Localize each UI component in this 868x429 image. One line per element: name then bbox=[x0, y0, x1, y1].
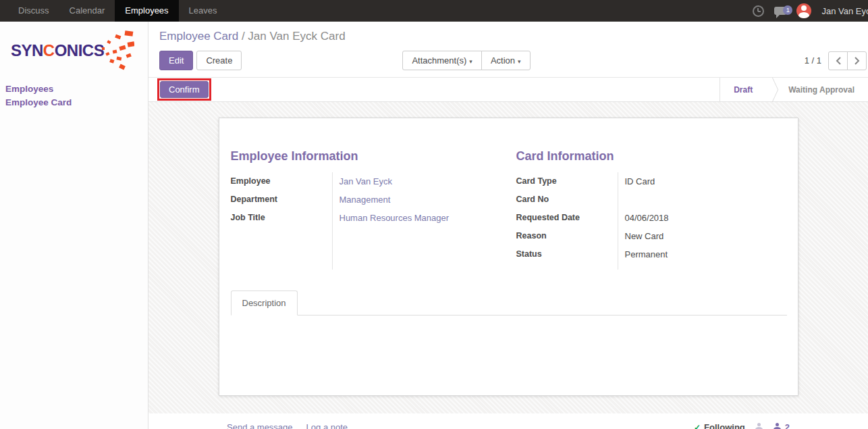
chatter: Send a message Log a note ✓ Following 2 bbox=[148, 413, 868, 429]
field-card-no: Card No bbox=[516, 191, 787, 209]
activities-clock-icon[interactable] bbox=[753, 5, 764, 17]
field-employee: Employee Jan Van Eyck bbox=[231, 172, 501, 191]
breadcrumb-separator: / bbox=[238, 30, 248, 43]
add-follower-icon[interactable] bbox=[755, 423, 763, 429]
field-status-label: Status bbox=[516, 245, 618, 263]
edit-button[interactable]: Edit bbox=[159, 51, 193, 70]
pager-next-button[interactable] bbox=[847, 51, 867, 70]
card-information-section: Card Information Card Type ID Card Card … bbox=[516, 149, 787, 272]
following-check-icon: ✓ bbox=[694, 423, 701, 429]
attachments-dropdown[interactable]: Attachment(s)▾ bbox=[402, 51, 481, 70]
pager-buttons bbox=[828, 51, 867, 70]
logo-burst-icon bbox=[99, 30, 134, 72]
field-job-title-label: Job Title bbox=[231, 209, 332, 227]
confirm-highlight-box: Confirm bbox=[157, 78, 211, 101]
topbar-right: 1 Jan Van Eyck bbox=[753, 3, 868, 18]
tab-description[interactable]: Description bbox=[231, 291, 298, 316]
notebook-tabs: Description bbox=[231, 291, 787, 316]
field-department: Department Management bbox=[231, 191, 501, 209]
field-card-no-label: Card No bbox=[516, 191, 618, 209]
toolbar-dropdowns: Attachment(s)▾ Action▾ bbox=[402, 51, 530, 70]
pager-previous-button[interactable] bbox=[828, 51, 848, 70]
field-card-type-label: Card Type bbox=[516, 172, 618, 191]
synconics-logo: SYNCONICS bbox=[11, 31, 144, 70]
buttons-row: Edit Create Attachment(s)▾ Action▾ 1 / 1 bbox=[148, 51, 868, 77]
field-status-value: Permanent bbox=[618, 245, 787, 263]
field-reason-value: New Card bbox=[618, 227, 787, 245]
control-panel: Employee Card / Jan Van Eyck Card Edit C… bbox=[148, 22, 868, 77]
menu-employees[interactable]: Employees bbox=[115, 0, 178, 22]
action-dropdown[interactable]: Action▾ bbox=[481, 51, 531, 70]
chatter-followers: ✓ Following 2 bbox=[694, 422, 790, 429]
breadcrumb: Employee Card / Jan Van Eyck Card bbox=[159, 30, 868, 43]
description-tab-content bbox=[231, 316, 787, 395]
statusbar: Confirm Draft Waiting Approval bbox=[148, 77, 868, 102]
field-requested-date-value: 04/06/2018 bbox=[618, 209, 787, 227]
send-message-link[interactable]: Send a message bbox=[227, 422, 293, 429]
menu-leaves[interactable]: Leaves bbox=[179, 0, 227, 22]
field-card-type: Card Type ID Card bbox=[516, 172, 787, 191]
pager-value: 1 / 1 bbox=[805, 55, 821, 66]
sidebar-item-employees[interactable]: Employees bbox=[0, 82, 148, 96]
main-content: Employee Card / Jan Van Eyck Card Edit C… bbox=[148, 22, 868, 429]
messages-badge: 1 bbox=[783, 5, 792, 15]
create-button[interactable]: Create bbox=[196, 51, 242, 70]
confirm-button[interactable]: Confirm bbox=[160, 81, 209, 98]
chevron-down-icon: ▾ bbox=[518, 58, 521, 65]
field-department-value[interactable]: Management bbox=[332, 191, 501, 209]
form-sheet: Employee Information Employee Jan Van Ey… bbox=[219, 118, 798, 396]
field-spacer bbox=[516, 263, 787, 272]
field-requested-date: Requested Date 04/06/2018 bbox=[516, 209, 787, 227]
topbar: Discuss Calendar Employees Leaves 1 Jan … bbox=[0, 0, 868, 22]
field-reason-label: Reason bbox=[516, 227, 618, 245]
logo-text: SYNCONICS bbox=[11, 41, 104, 59]
field-job-title-value[interactable]: Human Resources Manager bbox=[332, 209, 501, 227]
statusbar-steps: Draft Waiting Approval bbox=[720, 78, 868, 101]
pager: 1 / 1 bbox=[805, 51, 867, 70]
log-note-link[interactable]: Log a note bbox=[306, 422, 348, 429]
user-name[interactable]: Jan Van Eyck bbox=[821, 6, 868, 16]
field-employee-value[interactable]: Jan Van Eyck bbox=[332, 172, 501, 191]
field-employee-label: Employee bbox=[231, 172, 332, 191]
menu-calendar[interactable]: Calendar bbox=[59, 0, 115, 22]
breadcrumb-parent[interactable]: Employee Card bbox=[159, 30, 238, 43]
sidebar-links: Employees Employee Card bbox=[0, 82, 148, 109]
sidebar: SYNCONICS Employees Employee Card bbox=[0, 22, 148, 429]
field-status: Status Permanent bbox=[516, 245, 787, 263]
card-information-title: Card Information bbox=[516, 149, 787, 163]
form-view-background: Employee Information Employee Jan Van Ey… bbox=[148, 102, 868, 413]
status-step-draft[interactable]: Draft bbox=[720, 78, 766, 101]
followers-icon[interactable] bbox=[773, 423, 782, 429]
status-step-waiting-approval[interactable]: Waiting Approval bbox=[775, 78, 868, 101]
menu-discuss[interactable]: Discuss bbox=[8, 0, 59, 22]
field-reason: Reason New Card bbox=[516, 227, 787, 245]
field-requested-date-label: Requested Date bbox=[516, 209, 618, 227]
field-department-label: Department bbox=[231, 191, 332, 209]
messages-menu[interactable]: 1 bbox=[774, 7, 786, 15]
chevron-right-icon bbox=[855, 57, 860, 65]
user-avatar[interactable] bbox=[796, 3, 811, 18]
field-spacer bbox=[231, 227, 501, 270]
sidebar-item-employee-card[interactable]: Employee Card bbox=[0, 96, 148, 109]
status-arrow-icon bbox=[766, 78, 775, 101]
followers-count[interactable]: 2 bbox=[785, 422, 790, 429]
employee-information-section: Employee Information Employee Jan Van Ey… bbox=[231, 149, 516, 272]
breadcrumb-current: Jan Van Eyck Card bbox=[248, 30, 345, 43]
chevron-left-icon bbox=[836, 57, 841, 65]
top-menu: Discuss Calendar Employees Leaves bbox=[8, 0, 227, 22]
employee-fields: Employee Jan Van Eyck Department Managem… bbox=[231, 172, 501, 270]
chevron-down-icon: ▾ bbox=[469, 58, 472, 65]
field-job-title: Job Title Human Resources Manager bbox=[231, 209, 501, 227]
following-button[interactable]: Following bbox=[704, 422, 745, 429]
field-card-type-value: ID Card bbox=[618, 172, 787, 191]
card-fields: Card Type ID Card Card No Requested Date… bbox=[516, 172, 787, 272]
field-card-no-value bbox=[618, 191, 787, 209]
employee-information-title: Employee Information bbox=[231, 149, 501, 163]
